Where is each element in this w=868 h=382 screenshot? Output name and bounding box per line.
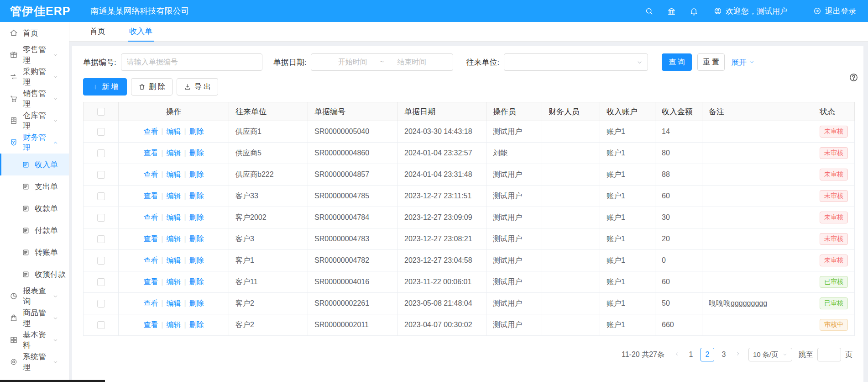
expand-link[interactable]: 展开 bbox=[731, 57, 755, 68]
edit-link[interactable]: 编辑 bbox=[167, 149, 181, 157]
delete-link[interactable]: 删除 bbox=[189, 299, 204, 307]
delete-link[interactable]: 删除 bbox=[189, 321, 204, 329]
page-number-2[interactable]: 2 bbox=[701, 348, 714, 361]
view-link[interactable]: 查看 bbox=[143, 256, 158, 264]
edit-link[interactable]: 编辑 bbox=[167, 213, 181, 221]
content-panel: 单据编号: 单据日期: 开始时间 ~ 结束时间 往来单位: 查询 重置 展开 bbox=[72, 46, 863, 382]
row-checkbox[interactable] bbox=[97, 214, 105, 222]
select-all-checkbox[interactable] bbox=[97, 108, 105, 116]
tab-income-bill[interactable]: 收入单 bbox=[128, 22, 154, 42]
cell-finance bbox=[542, 207, 600, 228]
edit-link[interactable]: 编辑 bbox=[167, 256, 181, 264]
cell-amount: 0 bbox=[655, 250, 702, 271]
sidebar-item-goods[interactable]: 商品管理 bbox=[0, 307, 69, 329]
sidebar-subitem-income-bill[interactable]: 收入单 bbox=[0, 154, 69, 175]
welcome-user[interactable]: 欢迎您，测试用户 bbox=[714, 6, 788, 16]
cell-date: 2023-12-27 23:04:58 bbox=[398, 250, 486, 271]
sidebar-subitem-transfer-bill[interactable]: 转账单 bbox=[0, 241, 69, 263]
date-range-picker[interactable]: 开始时间 ~ 结束时间 bbox=[311, 53, 453, 71]
sidebar-item-home[interactable]: 首页 bbox=[0, 22, 69, 44]
next-page-button[interactable] bbox=[732, 350, 744, 359]
cell-account: 账户1 bbox=[600, 164, 655, 186]
row-checkbox[interactable] bbox=[97, 278, 105, 286]
sidebar-item-sales[interactable]: 销售管理 bbox=[0, 88, 69, 110]
sidebar-item-report[interactable]: 报表查询 bbox=[0, 285, 69, 307]
delete-link[interactable]: 删除 bbox=[189, 256, 204, 264]
row-checkbox[interactable] bbox=[97, 300, 105, 308]
sidebar-subitem-expense-bill[interactable]: 支出单 bbox=[0, 175, 69, 197]
delete-link[interactable]: 删除 bbox=[189, 235, 204, 243]
partner-select[interactable] bbox=[504, 53, 648, 71]
edit-link[interactable]: 编辑 bbox=[167, 278, 181, 286]
edit-link[interactable]: 编辑 bbox=[167, 192, 181, 200]
cell-account: 账户1 bbox=[600, 314, 655, 336]
cell-operator: 测试用户 bbox=[486, 164, 542, 186]
delete-link[interactable]: 删除 bbox=[189, 127, 204, 135]
row-checkbox[interactable] bbox=[97, 235, 105, 243]
sidebar-item-retail[interactable]: 零售管理 bbox=[0, 44, 69, 66]
bell-icon[interactable] bbox=[690, 7, 698, 16]
delete-link[interactable]: 删除 bbox=[189, 149, 204, 157]
jump-page-input[interactable] bbox=[817, 348, 841, 361]
row-checkbox[interactable] bbox=[97, 171, 105, 179]
row-checkbox[interactable] bbox=[97, 192, 105, 200]
search-button[interactable]: 查询 bbox=[662, 53, 692, 71]
view-link[interactable]: 查看 bbox=[143, 149, 158, 157]
cell-operator: 刘能 bbox=[486, 143, 542, 164]
cell-amount: 80 bbox=[655, 143, 702, 164]
view-link[interactable]: 查看 bbox=[143, 321, 158, 329]
sidebar-item-basic[interactable]: 基本资料 bbox=[0, 329, 69, 351]
tab-home[interactable]: 首页 bbox=[89, 22, 107, 42]
view-link[interactable]: 查看 bbox=[143, 299, 158, 307]
cell-partner: 客户2 bbox=[229, 314, 308, 336]
view-link[interactable]: 查看 bbox=[143, 235, 158, 243]
search-icon[interactable] bbox=[645, 7, 654, 16]
cell-account: 账户1 bbox=[600, 121, 655, 143]
delete-button[interactable]: 删除 bbox=[131, 78, 173, 96]
cell-finance bbox=[542, 250, 600, 271]
prev-page-button[interactable] bbox=[671, 350, 683, 359]
page-number-1[interactable]: 1 bbox=[684, 348, 698, 361]
edit-link[interactable]: 编辑 bbox=[167, 235, 181, 243]
delete-link[interactable]: 删除 bbox=[189, 278, 204, 286]
view-link[interactable]: 查看 bbox=[143, 170, 158, 178]
sidebar-subitem-payment-bill[interactable]: 付款单 bbox=[0, 219, 69, 241]
edit-link[interactable]: 编辑 bbox=[167, 170, 181, 178]
view-link[interactable]: 查看 bbox=[143, 213, 158, 221]
edit-link[interactable]: 编辑 bbox=[167, 299, 181, 307]
sidebar-item-purchase[interactable]: 采购管理 bbox=[0, 66, 69, 88]
row-checkbox[interactable] bbox=[97, 149, 105, 157]
page-number-3[interactable]: 3 bbox=[717, 348, 731, 361]
row-checkbox[interactable] bbox=[97, 257, 105, 265]
view-link[interactable]: 查看 bbox=[143, 127, 158, 135]
sidebar-subitem-receipt-bill[interactable]: 收款单 bbox=[0, 197, 69, 219]
sidebar-subitem-advance-receipt[interactable]: 收预付款 bbox=[0, 263, 69, 285]
view-link[interactable]: 查看 bbox=[143, 192, 158, 200]
delete-link[interactable]: 删除 bbox=[189, 213, 204, 221]
help-icon[interactable] bbox=[849, 73, 858, 82]
table-row: 查看|编辑|删除客户2SR000000022612023-05-08 21:48… bbox=[84, 293, 855, 314]
sidebar-item-warehouse[interactable]: 仓库管理 bbox=[0, 110, 69, 132]
edit-link[interactable]: 编辑 bbox=[167, 127, 181, 135]
sidebar-item-finance[interactable]: 财务管理 bbox=[0, 132, 69, 154]
sidebar-item-system[interactable]: 系统管理 bbox=[0, 351, 69, 373]
column-header-bill-date: 单据日期 bbox=[398, 102, 486, 121]
row-checkbox[interactable] bbox=[97, 321, 105, 329]
export-button[interactable]: 导出 bbox=[177, 78, 218, 96]
bill-no-input[interactable] bbox=[121, 53, 262, 71]
action-separator: | bbox=[184, 149, 186, 157]
page-size-select[interactable]: 10 条/页 bbox=[748, 348, 792, 361]
cell-finance bbox=[542, 271, 600, 293]
add-button[interactable]: 新增 bbox=[83, 78, 127, 96]
view-link[interactable]: 查看 bbox=[143, 278, 158, 286]
cell-finance bbox=[542, 314, 600, 336]
reset-button[interactable]: 重置 bbox=[697, 53, 725, 71]
delete-link[interactable]: 删除 bbox=[189, 192, 204, 200]
logout-button[interactable]: 退出登录 bbox=[813, 6, 856, 16]
edit-link[interactable]: 编辑 bbox=[167, 321, 181, 329]
document-icon bbox=[22, 183, 30, 191]
bank-icon[interactable] bbox=[667, 7, 676, 16]
chevron-down-icon bbox=[52, 52, 58, 58]
row-checkbox[interactable] bbox=[97, 128, 105, 136]
delete-link[interactable]: 删除 bbox=[189, 170, 204, 178]
